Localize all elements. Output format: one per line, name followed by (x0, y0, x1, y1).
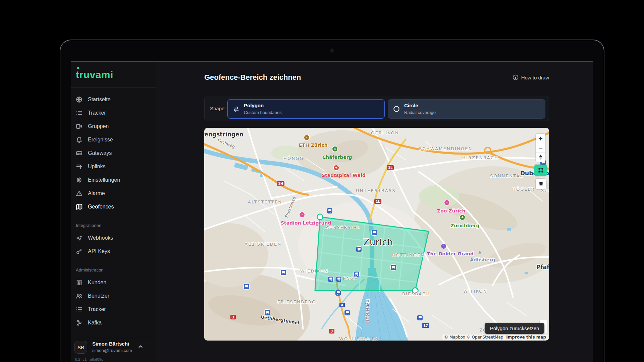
zoom-in-button[interactable]: + (536, 134, 545, 143)
main-area: Geofence-Bereich zeichnen How to draw Sh… (156, 62, 593, 362)
laptop-frame: truvami StartseiteTrackerGruppenEreignis… (60, 40, 604, 362)
sidebar-item-uplinks[interactable]: Uplinks (71, 160, 156, 173)
sidebar-item-label: Startseite (88, 97, 111, 103)
sidebar-item-alarme[interactable]: Alarme (71, 187, 156, 200)
sidebar-item-label: Alarme (88, 190, 105, 196)
osm-attribution[interactable]: © OpenStreetMap (467, 335, 503, 340)
circle-option-title: Circle (404, 103, 418, 108)
user-panel[interactable]: SB Simon Bärtschi simon@truvami.com 8.2-… (71, 338, 156, 362)
info-icon (513, 74, 519, 80)
sidebar-item-webhooks[interactable]: Webhooks (71, 231, 156, 245)
sidebar-item-label: Einstellungen (88, 177, 120, 183)
sidebar-item-tracker[interactable]: Tracker (71, 106, 156, 120)
key-icon (76, 248, 83, 255)
sidebar-nav: StartseiteTrackerGruppenEreignisseGatewa… (71, 93, 156, 329)
polygon-vertex-handle[interactable] (413, 288, 418, 294)
page-title: Geofence-Bereich zeichnen (204, 73, 301, 82)
group-icon (76, 123, 83, 130)
map-attribution: © Mapbox © OpenStreetMap Improve this ma… (442, 335, 548, 340)
delete-shape-button[interactable] (536, 179, 546, 189)
sidebar-item-startseite[interactable]: Startseite (71, 93, 156, 106)
sidebar-item-label: Uplinks (88, 164, 105, 170)
sidebar-item-label: Webhooks (88, 235, 113, 241)
draw-polygon-tool-button[interactable] (534, 165, 547, 176)
app-screen: truvami StartseiteTrackerGruppenEreignis… (71, 61, 593, 362)
globe-icon (76, 96, 83, 103)
sidebar-item-geofences[interactable]: Geofences (71, 200, 156, 214)
sidebar-item-label: Kafka (88, 320, 102, 326)
compass-south-icon (539, 157, 542, 160)
nav-section-administration: Administration (76, 267, 151, 273)
chevron-up-icon[interactable] (138, 344, 144, 350)
nav-section-integrationen: Integrationen (76, 223, 151, 228)
reset-polygon-button[interactable]: Polygon zurücksetzen (485, 323, 544, 334)
trash-icon (538, 181, 544, 187)
logo-text: truvami (76, 69, 113, 80)
sidebar-item-kafka[interactable]: Kafka (71, 316, 156, 329)
sidebar-item-label: Geofences (88, 204, 114, 210)
logo-container: truvami (71, 62, 156, 88)
sidebar-item-gruppen[interactable]: Gruppen (71, 120, 156, 133)
compass-north-icon (539, 155, 542, 157)
sidebar-item-label: Ereignisse (88, 137, 113, 143)
zoom-out-button[interactable]: − (536, 143, 545, 153)
how-to-draw-label: How to draw (521, 75, 549, 80)
mapbox-attribution[interactable]: © Mapbox (444, 335, 465, 340)
gateway-icon (76, 150, 83, 157)
sidebar-item-label: Tracker (88, 110, 106, 116)
sidebar-item-label: Kunden (88, 280, 106, 286)
polygon-swap-icon (232, 105, 240, 113)
polygon-vertex-handle[interactable] (317, 214, 323, 220)
user-email: simon@truvami.com (92, 348, 132, 353)
sidebar-item-gateways[interactable]: Gateways (71, 146, 156, 160)
map-icon (76, 203, 83, 210)
webcam-dot (331, 49, 334, 52)
truvami-logo[interactable]: truvami (76, 69, 113, 80)
sidebar-item-label: Tracker (88, 306, 106, 312)
polygon-tool-icon (538, 167, 544, 173)
sidebar-item-benutzer[interactable]: Benutzer (71, 289, 156, 303)
map-canvas[interactable]: 1H1L1L33417 HÖNGGOERLIKONSCHWAMENDINGENH… (204, 128, 549, 341)
shape-option-circle[interactable]: Circle Radial coverage (388, 99, 545, 119)
sidebar-item-api-keys[interactable]: API Keys (71, 245, 156, 258)
sidebar-item-kunden[interactable]: Kunden (71, 276, 156, 289)
send-icon (76, 235, 83, 241)
compass-button[interactable] (536, 153, 545, 162)
sidebar: truvami StartseiteTrackerGruppenEreignis… (71, 62, 156, 362)
uplink-icon (76, 163, 83, 170)
sidebar-item-label: API Keys (88, 248, 110, 254)
gear-icon (76, 177, 83, 183)
page-header: Geofence-Bereich zeichnen How to draw (204, 73, 549, 82)
kafka-icon (76, 319, 83, 326)
list-icon (76, 110, 83, 116)
sidebar-item-tracker[interactable]: Tracker (71, 303, 156, 316)
shape-option-polygon[interactable]: Polygon Custom boundaries (227, 99, 385, 119)
shape-label: Shape: (210, 106, 226, 111)
polygon-option-title: Polygon (244, 103, 264, 108)
sidebar-item-label: Benutzer (88, 293, 109, 299)
alert-icon (76, 190, 83, 197)
sidebar-item-ereignisse[interactable]: Ereignisse (71, 133, 156, 146)
avatar: SB (74, 341, 87, 354)
how-to-draw-button[interactable]: How to draw (513, 74, 549, 80)
version-label: 8.2-rc1 - a8af89c (75, 357, 103, 361)
circle-option-subtitle: Radial coverage (404, 110, 436, 115)
bell-icon (76, 136, 83, 143)
map-zoom-controls: + − (536, 134, 545, 162)
sidebar-item-einstellungen[interactable]: Einstellungen (71, 173, 156, 187)
polygon-option-subtitle: Custom boundaries (244, 110, 282, 115)
improve-map-link[interactable]: Improve this map (506, 335, 546, 340)
map-tiles (204, 128, 549, 341)
shape-selector-card: Shape: Polygon Custom boundaries Circle (204, 96, 549, 121)
sidebar-item-label: Gateways (88, 150, 112, 156)
users-icon (76, 293, 83, 299)
list-icon (76, 306, 83, 313)
sidebar-item-label: Gruppen (88, 123, 109, 129)
circle-outline-icon (393, 105, 400, 113)
building-icon (76, 279, 83, 286)
user-name: Simon Bärtschi (92, 341, 129, 347)
logo-ring-icon (77, 67, 79, 69)
draw-tools (534, 165, 547, 189)
